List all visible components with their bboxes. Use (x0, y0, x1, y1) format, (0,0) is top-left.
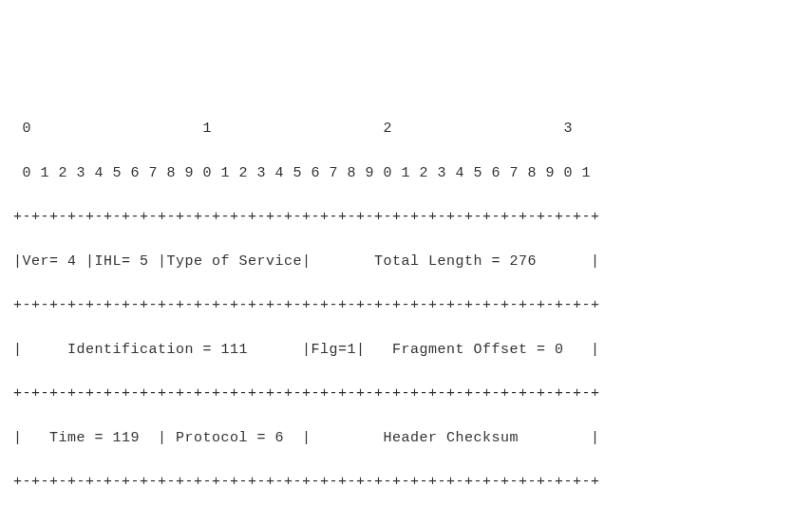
separator: +-+-+-+-+-+-+-+-+-+-+-+-+-+-+-+-+-+-+-+-… (13, 206, 799, 228)
separator: +-+-+-+-+-+-+-+-+-+-+-+-+-+-+-+-+-+-+-+-… (13, 294, 799, 316)
bit-ruler-units: 0 1 2 3 4 5 6 7 8 9 0 1 2 3 4 5 6 7 8 9 … (13, 162, 799, 184)
row-identification-flags-fragoffset: | Identification = 111 |Flg=1| Fragment … (13, 339, 799, 361)
row-ttl-protocol-checksum: | Time = 119 | Protocol = 6 | Header Che… (13, 427, 799, 449)
row-ver-ihl-tos-totallength: |Ver= 4 |IHL= 5 |Type of Service| Total … (13, 251, 799, 272)
ip-header-ascii-diagram: 0 1 2 3 0 1 2 3 4 5 6 7 8 9 0 1 2 3 4 5 … (13, 96, 799, 505)
bit-ruler-tens: 0 1 2 3 (13, 118, 799, 140)
separator: +-+-+-+-+-+-+-+-+-+-+-+-+-+-+-+-+-+-+-+-… (13, 471, 799, 493)
separator: +-+-+-+-+-+-+-+-+-+-+-+-+-+-+-+-+-+-+-+-… (13, 383, 799, 404)
